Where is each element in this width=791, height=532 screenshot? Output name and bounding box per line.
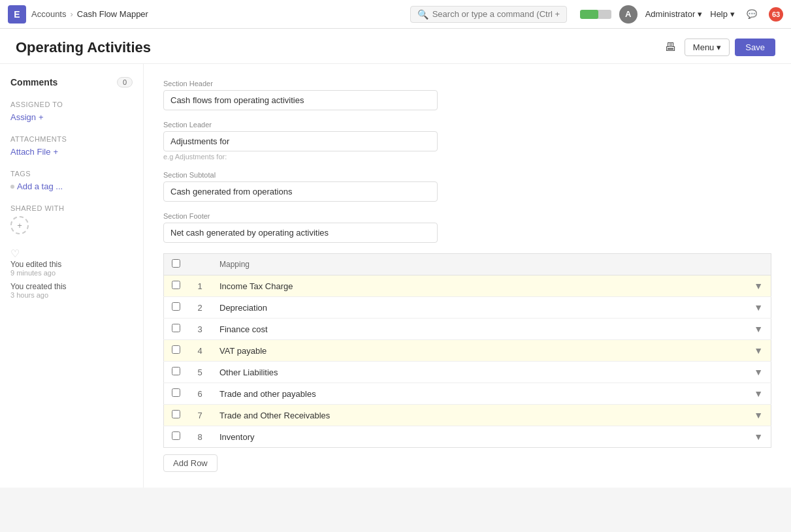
- row-checkbox-2[interactable]: [172, 324, 180, 332]
- row-dropdown[interactable]: ▼: [740, 362, 771, 383]
- row-dropdown[interactable]: ▼: [740, 383, 771, 405]
- breadcrumb-accounts[interactable]: Accounts: [31, 9, 66, 19]
- add-tag-label[interactable]: Add a tag ...: [17, 181, 63, 191]
- row-dropdown[interactable]: ▼: [740, 297, 771, 319]
- dropdown-arrow-icon[interactable]: ▼: [754, 388, 763, 399]
- section-header-input[interactable]: [163, 90, 438, 110]
- assign-label: Assign: [10, 112, 36, 122]
- sidebar: Comments 0 ASSIGNED TO Assign + ATTACHME…: [0, 64, 144, 488]
- section-header-label: Section Header: [163, 80, 771, 87]
- add-tag-item[interactable]: Add a tag ...: [10, 181, 133, 191]
- notification-icon[interactable]: 💬: [743, 5, 761, 23]
- status-fill: [580, 10, 599, 19]
- row-checkbox-4[interactable]: [172, 367, 180, 375]
- dropdown-arrow-icon[interactable]: ▼: [754, 324, 763, 334]
- row-checkbox-6[interactable]: [172, 410, 180, 418]
- tags-label: TAGS: [10, 170, 133, 178]
- dropdown-arrow-icon[interactable]: ▼: [754, 410, 763, 420]
- top-navbar: E Accounts › Cash Flow Mapper 🔍 A Admini…: [0, 0, 791, 29]
- row-checkbox-col: [164, 362, 189, 383]
- header-actions: 🖶 Menu ▾ Save: [662, 38, 775, 57]
- row-mapping-name: Depreciation: [212, 297, 740, 319]
- shared-with-label: SHARED WITH: [10, 204, 133, 212]
- admin-chevron-icon: ▾: [698, 9, 702, 19]
- search-bar[interactable]: 🔍: [410, 6, 567, 23]
- row-dropdown[interactable]: ▼: [740, 275, 771, 297]
- row-checkbox-col: [164, 383, 189, 405]
- save-button[interactable]: Save: [735, 39, 775, 56]
- activity-time-1: 9 minutes ago: [10, 269, 133, 277]
- section-footer-input[interactable]: [163, 223, 438, 243]
- table-row: 3 Finance cost ▼: [164, 319, 771, 340]
- row-mapping-name: Trade and Other Receivables: [212, 405, 740, 426]
- row-mapping-name: Other Liabilities: [212, 362, 740, 383]
- row-checkbox-col: [164, 340, 189, 362]
- row-dropdown[interactable]: ▼: [740, 405, 771, 426]
- assign-button[interactable]: Assign +: [10, 112, 133, 122]
- row-dropdown[interactable]: ▼: [740, 426, 771, 448]
- table-row: 4 VAT payable ▼: [164, 340, 771, 362]
- section-subtotal-field: Section Subtotal: [163, 171, 771, 202]
- attachments-section: ATTACHMENTS Attach File +: [10, 135, 133, 157]
- menu-label: Menu: [693, 42, 715, 52]
- row-number: 5: [188, 362, 212, 383]
- admin-button[interactable]: Administrator ▾: [645, 9, 703, 19]
- search-input[interactable]: [432, 9, 560, 19]
- breadcrumb-current: Cash Flow Mapper: [77, 9, 148, 19]
- status-bar: [580, 10, 611, 19]
- row-checkbox-5[interactable]: [172, 388, 180, 397]
- breadcrumb-sep-1: ›: [70, 9, 73, 19]
- menu-button[interactable]: Menu ▾: [685, 39, 730, 56]
- row-dropdown[interactable]: ▼: [740, 319, 771, 340]
- assigned-to-label: ASSIGNED TO: [10, 101, 133, 108]
- print-button[interactable]: 🖶: [662, 38, 679, 57]
- activity-text-2: You created this: [10, 282, 133, 291]
- admin-label: Administrator: [645, 9, 696, 19]
- table-row: 8 Inventory ▼: [164, 426, 771, 448]
- table-mapping-col: Mapping: [212, 254, 740, 275]
- row-dropdown[interactable]: ▼: [740, 340, 771, 362]
- row-mapping-name: VAT payable: [212, 340, 740, 362]
- row-checkbox-1[interactable]: [172, 302, 180, 311]
- table-num-col: [188, 254, 212, 275]
- section-footer-label: Section Footer: [163, 212, 771, 220]
- help-button[interactable]: Help ▾: [710, 9, 735, 19]
- row-checkbox-3[interactable]: [172, 345, 180, 354]
- dropdown-arrow-icon[interactable]: ▼: [754, 345, 763, 356]
- page-title: Operating Activities: [16, 39, 151, 56]
- row-checkbox-0[interactable]: [172, 281, 180, 289]
- row-checkbox-col: [164, 297, 189, 319]
- table-row: 5 Other Liabilities ▼: [164, 362, 771, 383]
- section-header-field: Section Header: [163, 80, 771, 110]
- row-number: 7: [188, 405, 212, 426]
- tag-dot-icon: [10, 185, 14, 189]
- row-checkbox-7[interactable]: [172, 431, 180, 440]
- dropdown-arrow-icon[interactable]: ▼: [754, 302, 763, 313]
- dropdown-arrow-icon[interactable]: ▼: [754, 431, 763, 442]
- help-chevron-icon: ▾: [730, 9, 735, 19]
- shared-add-button[interactable]: +: [10, 216, 29, 234]
- mapping-table: Mapping 1 Income Tax Charge ▼ 2 Deprecia…: [163, 253, 771, 448]
- avatar: A: [619, 5, 638, 23]
- comments-title: Comments: [10, 77, 57, 87]
- section-leader-hint: e.g Adjustments for:: [163, 153, 771, 161]
- section-leader-field: Section Leader e.g Adjustments for:: [163, 121, 771, 161]
- select-all-checkbox[interactable]: [172, 259, 180, 268]
- favorite-icon[interactable]: ♡: [10, 247, 133, 260]
- attachments-label: ATTACHMENTS: [10, 135, 133, 143]
- dropdown-arrow-icon[interactable]: ▼: [754, 281, 763, 291]
- comments-count: 0: [117, 77, 133, 87]
- table-row: 7 Trade and Other Receivables ▼: [164, 405, 771, 426]
- add-row-button[interactable]: Add Row: [163, 454, 218, 472]
- attach-file-button[interactable]: Attach File +: [10, 147, 133, 157]
- row-checkbox-col: [164, 426, 189, 448]
- help-label: Help: [710, 9, 728, 19]
- content-area: Comments 0 ASSIGNED TO Assign + ATTACHME…: [0, 64, 791, 488]
- assigned-to-section: ASSIGNED TO Assign +: [10, 101, 133, 122]
- section-subtotal-input[interactable]: [163, 181, 438, 202]
- table-row: 2 Depreciation ▼: [164, 297, 771, 319]
- shared-with-section: SHARED WITH +: [10, 204, 133, 234]
- section-leader-input[interactable]: [163, 131, 438, 151]
- main-content: Section Header Section Leader e.g Adjust…: [144, 64, 791, 488]
- dropdown-arrow-icon[interactable]: ▼: [754, 367, 763, 377]
